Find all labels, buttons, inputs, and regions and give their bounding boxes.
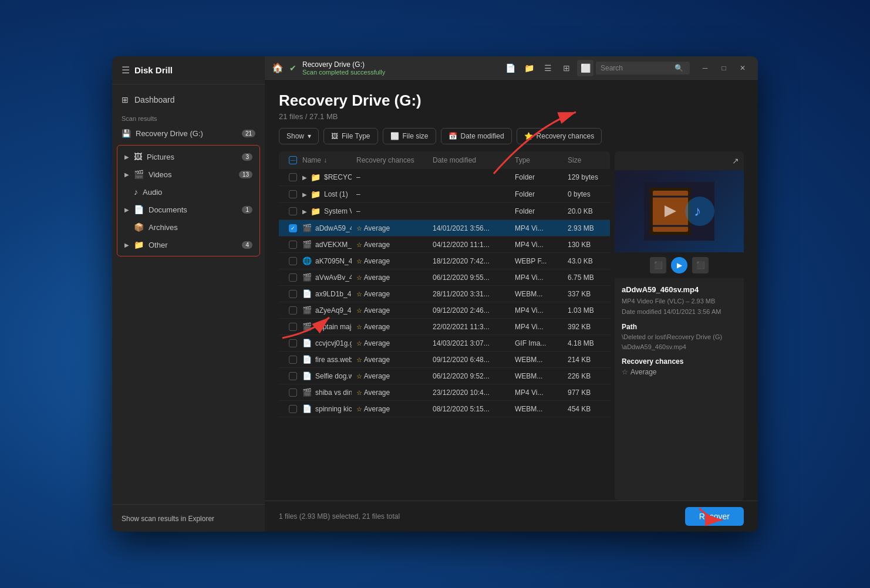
table-row[interactable]: 📄 ax9LD1b_460svp9.we... ☆ Average 28/11/… [279,286,610,302]
table-row[interactable]: 📄 fire ass.webm ☆ Average 09/12/2020 6:4… [279,352,610,368]
external-link-icon[interactable]: ↗ [732,156,739,165]
table-row[interactable]: 📄 Selfie dog.webm ☆ Average 06/12/2020 9… [279,368,610,384]
sidebar-item-archives[interactable]: ▶ 📦 Archives [117,218,259,236]
table-row[interactable]: 🎬 shiba vs dino.mp4 ☆ Average 23/12/2020… [279,384,610,401]
date-modified-label: Date modified [461,132,504,140]
row-date: 14/03/2021 3:07... [428,339,510,347]
hamburger-icon[interactable]: ☰ [122,65,130,76]
table-row[interactable]: ▶ 📁 $RECYCLE.BIN (1) – Folder 129 bytes [279,169,610,186]
recovery-chances-header[interactable]: Recovery chances [352,156,428,164]
table-row[interactable]: 🎬 adVEKXM_460sv.mp4 ☆ Average 04/12/2020… [279,236,610,253]
search-box: 🔍 [596,62,690,75]
row-checkbox[interactable] [279,224,298,232]
name-header[interactable]: Name ↓ [298,156,352,164]
table-row[interactable]: 🌐 aK7095N_460swp.webp ☆ Average 18/12/20… [279,253,610,269]
minimize-button[interactable]: ─ [697,60,713,76]
row-checkbox[interactable] [279,207,298,215]
table-row[interactable]: 🎬 aVwAvBv_460sv.mp4 ☆ Average 06/12/2020… [279,269,610,286]
row-checkbox[interactable] [279,339,298,347]
recover-button[interactable]: Recover [685,507,744,526]
row-checkbox[interactable] [279,190,298,198]
list-view-icon[interactable]: ☰ [539,60,556,76]
row-chances: – [352,173,428,181]
row-checkbox[interactable] [279,173,298,181]
table-row[interactable]: ▶ 📁 System Volume Inform... – Folder 20.… [279,203,610,220]
thumbnail-content: ♪ [615,170,744,252]
row-type: WEBM... [510,290,563,298]
calendar-icon: 📅 [449,132,457,140]
row-checkbox[interactable] [279,405,298,413]
table-row[interactable]: 🎬 aZyeAq9_460svav1.mp4 ☆ Average 09/12/2… [279,302,610,319]
file-size-filter-button[interactable]: ⬜ File size [383,128,436,144]
table-row[interactable]: 🎬 aDdwA59_460sv.mp4 ☆ Average 14/01/2021… [279,220,610,236]
title-bar-left: 🏠 ✔ Recovery Drive (G:) Scan completed s… [272,60,502,76]
show-explorer-button[interactable]: Show scan results in Explorer [122,515,214,523]
audio-icon: ♪ [134,187,138,197]
star-icon: ☆ [356,225,362,232]
show-filter-button[interactable]: Show ▾ [279,128,319,144]
next-frame-button[interactable]: ⬛ [692,257,709,273]
table-row[interactable]: ▶ 📁 Lost (1) – Folder 0 bytes [279,186,610,203]
checkbox-header: — [279,156,298,164]
documents-label: Documents [149,205,187,214]
row-name: 🎬 captain majed.mp4 [298,322,352,331]
sidebar-item-audio[interactable]: ▶ ♪ Audio [117,183,259,201]
panel-view-icon[interactable]: ⬜ [577,60,594,76]
close-button[interactable]: ✕ [734,60,751,76]
new-file-icon[interactable]: 📄 [502,60,518,76]
home-icon[interactable]: 🏠 [272,62,284,73]
file-type-filter-button[interactable]: 🖼 File Type [323,128,377,144]
sidebar-item-other[interactable]: ▶ 📁 Other 4 [117,236,259,254]
filter-bar: Show ▾ 🖼 File Type ⬜ File size 📅 Date mo… [265,128,758,151]
table-row[interactable]: 📄 spinning kicku.webm ☆ Average 08/12/20… [279,401,610,417]
recovery-chances-filter-button[interactable]: ⭐ Recovery chances [517,128,602,144]
file-icon: 📄 [302,404,312,413]
row-checkbox[interactable] [279,273,298,282]
row-checkbox[interactable] [279,356,298,364]
maximize-button[interactable]: □ [716,60,732,76]
row-chances: ☆ Average [352,372,428,380]
row-size: 43.0 KB [563,257,610,265]
table-row[interactable]: 📄 ccvjcvj01g.gif ☆ Average 14/03/2021 3:… [279,335,610,352]
recovery-chances-label: Recovery chances [537,132,595,140]
row-date: 18/12/2020 7:42... [428,257,510,265]
sidebar-item-pictures[interactable]: ▶ 🖼 Pictures 3 [117,148,259,165]
search-input[interactable] [601,64,671,72]
date-modified-header[interactable]: Date modified [428,156,510,164]
row-checkbox[interactable] [279,257,298,265]
row-checkbox[interactable] [279,306,298,315]
row-chances: ☆ Average [352,306,428,315]
size-header[interactable]: Size [563,156,610,164]
sidebar-item-documents[interactable]: ▶ 📄 Documents 1 [117,201,259,218]
row-chances: ☆ Average [352,241,428,249]
grid-view-icon[interactable]: ⊞ [558,60,575,76]
table-row[interactable]: 🎬 captain majed.mp4 ☆ Average 22/02/2021… [279,319,610,335]
row-checkbox[interactable] [279,372,298,380]
select-all-checkbox[interactable]: — [289,156,297,164]
expand-icon[interactable]: ▶ [302,208,307,215]
row-checkbox[interactable] [279,323,298,331]
sidebar-item-videos[interactable]: ▶ 🎬 Videos 13 [117,165,259,183]
row-size: 6.75 MB [563,273,610,282]
prev-frame-button[interactable]: ⬛ [650,257,666,273]
row-chances: ☆ Average [352,224,428,232]
row-type: MP4 Vi... [510,323,563,331]
row-name: 🎬 aZyeAq9_460svav1.mp4 [298,306,352,315]
folder-icon[interactable]: 📁 [521,60,537,76]
expand-icon[interactable]: ▶ [302,174,307,181]
preview-recovery-value: ☆ Average [622,368,737,376]
row-type: MP4 Vi... [510,224,563,232]
row-checkbox[interactable] [279,290,298,298]
play-button[interactable]: ▶ [671,257,687,273]
type-label: Type [515,156,530,164]
app-title: Disk Drill [134,65,173,75]
row-checkbox[interactable] [279,388,298,397]
type-header[interactable]: Type [510,156,563,164]
sidebar-drive-item[interactable]: 💾 Recovery Drive (G:) 21 [112,124,265,143]
date-modified-filter-button[interactable]: 📅 Date modified [441,128,512,144]
folder-icon: 📁 [311,173,321,182]
row-checkbox[interactable] [279,241,298,249]
expand-icon[interactable]: ▶ [302,191,307,198]
sidebar-item-dashboard[interactable]: ⊞ Dashboard [112,89,265,110]
preview-panel: ↗ ♪ [615,151,744,501]
